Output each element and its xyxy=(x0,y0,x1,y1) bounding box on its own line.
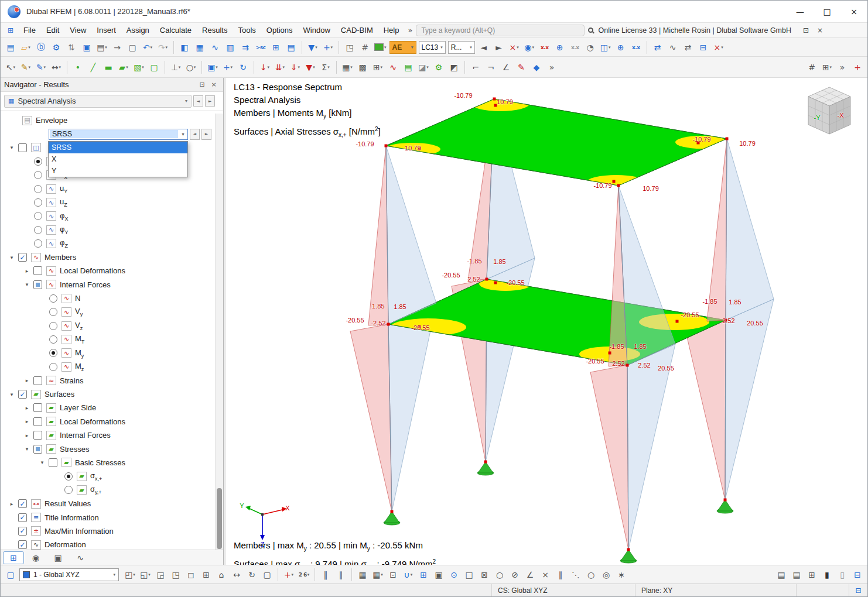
prev-envelope-button[interactable]: ◄ xyxy=(190,129,200,140)
mdi-close-icon[interactable]: × xyxy=(814,24,826,37)
collapse-icon[interactable]: ▾ xyxy=(36,459,49,465)
prev-loadcase-icon[interactable]: ◄ xyxy=(477,40,491,54)
slab-middle[interactable] xyxy=(388,277,726,365)
delete-all-results-icon[interactable]: ×▾ xyxy=(712,40,726,54)
layout-panel-icon[interactable]: ▥ xyxy=(223,40,237,54)
export-spreadsheet-icon[interactable]: >sc xyxy=(254,40,268,54)
layout-corner-icon[interactable]: ⊟ xyxy=(849,584,867,596)
table-view-icon[interactable]: ⊞ xyxy=(269,40,283,54)
osnap-angle-icon[interactable]: ∠ xyxy=(523,567,537,582)
radio-phiz[interactable] xyxy=(34,239,42,248)
save-icon[interactable]: ▣ xyxy=(80,40,94,54)
tree-item-deformation[interactable]: ✓∿Deformation xyxy=(1,538,215,550)
mesh-icon[interactable]: ▦▾ xyxy=(340,60,354,74)
mdi-restore-icon[interactable]: ⊡ xyxy=(799,24,812,37)
display-settings-icon[interactable]: ◫▾ xyxy=(599,40,613,54)
tree-item-force-n[interactable]: ∿N xyxy=(1,291,215,305)
checkbox-surfaces[interactable]: ✓ xyxy=(18,390,27,399)
open-file-icon[interactable]: ▱▾ xyxy=(19,40,33,54)
nodal-load-icon[interactable]: ↓▾ xyxy=(258,60,272,74)
checkbox-layer-side[interactable] xyxy=(33,403,42,412)
collapse-icon[interactable]: ▾ xyxy=(5,255,18,260)
free-load-icon[interactable]: ▼▾ xyxy=(303,60,317,74)
dropdown-option-x[interactable]: X xyxy=(49,153,187,165)
menu-item-help[interactable]: Help xyxy=(378,23,405,37)
osnap-parallel-icon[interactable]: ∥ xyxy=(553,567,568,582)
new-opening-icon[interactable]: ▢ xyxy=(147,60,161,74)
numbering-display-icon[interactable]: 2 6▾ xyxy=(297,567,311,582)
edit-pencil-icon[interactable]: ✎▾ xyxy=(19,60,33,74)
checkbox-stresses[interactable] xyxy=(33,445,42,454)
color-swatch-icon[interactable]: ▾ xyxy=(373,40,388,54)
checkbox-title-information[interactable]: ✓ xyxy=(18,513,27,522)
radio-uy[interactable] xyxy=(34,185,42,193)
navigator-scrollbar[interactable] xyxy=(215,114,223,550)
zoom-results-icon[interactable]: ⊕ xyxy=(553,40,567,54)
guide-objects-icon[interactable]: ⊡ xyxy=(386,567,400,582)
chart-xy-icon[interactable]: ∿ xyxy=(666,40,680,54)
report-light-icon[interactable]: ▯ xyxy=(835,567,849,582)
tree-item-layer-side[interactable]: ▸▰Layer Side xyxy=(1,401,215,414)
tree-item-title-information[interactable]: ✓≡Title Information xyxy=(1,510,215,524)
highlight-icon[interactable]: ◆ xyxy=(529,60,544,74)
navigation-cube[interactable] xyxy=(808,87,850,134)
navigator-panel-icon[interactable]: ◧ xyxy=(177,40,192,54)
tree-item-maxmin-information[interactable]: ✓±Max/Min Information xyxy=(1,524,215,538)
panel-tab-views-icon[interactable]: ◉ xyxy=(25,551,46,564)
tree-item-result-values[interactable]: ▸✓x.xResult Values xyxy=(1,497,215,510)
scrollbar-thumb[interactable] xyxy=(217,488,222,549)
menu-grid-icon[interactable]: ⊞ xyxy=(5,25,16,36)
toolbar-overflow-1-icon[interactable]: » xyxy=(545,60,559,74)
new-node-icon[interactable]: • xyxy=(71,60,85,74)
menu-item-window[interactable]: Window xyxy=(298,23,336,37)
coordinate-system-dropdown[interactable]: 1 - Global XYZ ▾ xyxy=(19,568,119,581)
quick-display-icon[interactable]: ▢ xyxy=(4,567,18,582)
move-object-icon[interactable]: +▾ xyxy=(221,60,235,74)
osnap-tangent-icon[interactable]: ○ xyxy=(584,567,598,582)
design-situation-combo[interactable]: AE▾ xyxy=(389,41,416,54)
swap-axes-icon[interactable]: ⇄ xyxy=(681,40,695,54)
mesh-show-settings-icon[interactable]: ▦▾ xyxy=(371,567,385,582)
expand-icon[interactable]: ▸ xyxy=(20,405,33,411)
report-dark-icon[interactable]: ▮ xyxy=(820,567,834,582)
maximize-button[interactable]: □ xyxy=(814,1,840,22)
annotate-icon[interactable]: ✎ xyxy=(514,60,528,74)
collapse-icon[interactable]: ▾ xyxy=(5,145,18,150)
osnap-intersection-icon[interactable]: ⊠ xyxy=(477,567,491,582)
tree-item-force-my[interactable]: ∿My xyxy=(1,346,215,360)
table-settings-icon[interactable]: ⊞▾ xyxy=(820,60,834,74)
radio-force-n[interactable] xyxy=(49,294,57,303)
display-mode-wire-icon[interactable]: ‖ xyxy=(319,567,333,582)
navigator-float-icon[interactable]: ⊡ xyxy=(196,79,208,91)
panel-tab-display-icon[interactable]: ⊞ xyxy=(3,551,24,564)
navigator-close-icon[interactable]: × xyxy=(208,79,220,91)
next-analysis-button[interactable]: ► xyxy=(205,95,215,107)
fullscreen-icon[interactable]: ▢ xyxy=(260,567,274,582)
surface-load-icon[interactable]: ⇓▾ xyxy=(288,60,302,74)
snap-guidelines-icon[interactable]: ▣ xyxy=(432,567,446,582)
grid-settings-icon[interactable]: # xyxy=(805,60,819,74)
checkbox-surfaces-local-deformations[interactable] xyxy=(33,417,42,426)
collapse-icon[interactable]: ▾ xyxy=(20,282,33,287)
clip-box-icon[interactable]: ⌐ xyxy=(469,60,483,74)
rotate-object-icon[interactable]: ↻ xyxy=(236,60,250,74)
view-isometric-icon[interactable]: ◱▾ xyxy=(138,567,152,582)
radio-sigma-y-plus[interactable] xyxy=(64,486,73,494)
menu-item-options[interactable]: Options xyxy=(261,23,298,37)
osnap-circle-icon[interactable]: ○ xyxy=(493,567,507,582)
checkbox-basic-stresses[interactable] xyxy=(49,458,57,467)
printout-report-icon[interactable]: ▤ xyxy=(284,40,298,54)
next-loadcase-icon[interactable]: ► xyxy=(492,40,506,54)
checkbox-deformation[interactable]: ✓ xyxy=(18,540,27,549)
toolbar-overflow-2-icon[interactable]: » xyxy=(835,60,849,74)
diagrams-panel-icon[interactable]: ∿ xyxy=(208,40,222,54)
model-3d-view[interactable] xyxy=(226,78,867,565)
radio-uz[interactable] xyxy=(34,198,42,207)
menu-item-cad-bim[interactable]: CAD-BIM xyxy=(336,23,378,37)
tree-item-surfaces-local-deformations[interactable]: ▸▰Local Deformations xyxy=(1,415,215,428)
workplane-icon[interactable]: ◳ xyxy=(343,40,357,54)
radio-force-vy[interactable] xyxy=(49,308,57,316)
axes-display-icon[interactable]: +▾ xyxy=(282,567,296,582)
new-surface-icon[interactable]: ▰▾ xyxy=(117,60,131,74)
edit-pencil-blue-icon[interactable]: ✎▾ xyxy=(34,60,48,74)
